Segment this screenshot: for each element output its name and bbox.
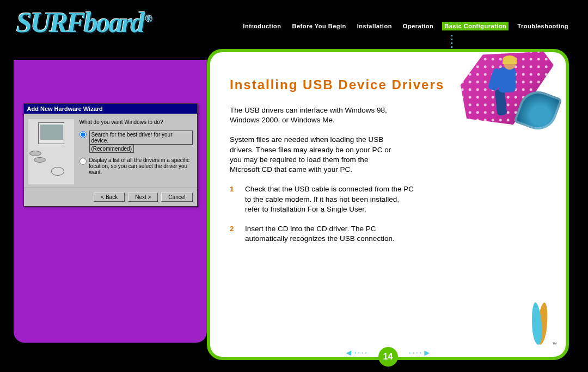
sidebar-panel: Add New Hardware Wizard What do you want… — [14, 60, 207, 343]
nav-basic-configuration[interactable]: Basic Configuration — [442, 22, 509, 30]
hardware-wizard-dialog: Add New Hardware Wizard What do you want… — [23, 103, 198, 207]
wizard-option-list[interactable]: Display a list of all the drivers in a s… — [79, 157, 193, 175]
step-text: Check that the USB cable is connected fr… — [245, 184, 415, 214]
next-page-arrow[interactable]: ····► — [409, 348, 433, 358]
page-number-badge: 14 — [378, 347, 398, 367]
nav-troubleshooting[interactable]: Troubleshooting — [515, 22, 571, 30]
intro-paragraph-1: The USB drivers can interface with Windo… — [230, 106, 393, 125]
top-nav: Introduction Before You Begin Installati… — [241, 22, 571, 30]
step-item: 2 Insert the CD into the CD driver. The … — [230, 224, 415, 244]
nav-introduction[interactable]: Introduction — [241, 22, 283, 30]
logo-text: SURFboard — [16, 7, 143, 38]
wizard-cancel-button[interactable]: Cancel — [161, 193, 192, 202]
registered-mark: ® — [145, 14, 151, 24]
step-text: Insert the CD into the CD driver. The PC… — [245, 224, 415, 244]
nav-operation[interactable]: Operation — [401, 22, 436, 30]
prev-page-arrow[interactable]: ◄···· — [345, 348, 369, 358]
surfer-illustration — [452, 50, 554, 126]
wizard-question: What do you want Windows to do? — [79, 119, 193, 125]
steps-list: 1 Check that the USB cable is connected … — [230, 184, 415, 244]
intro-paragraph-2: System files are needed when loading the… — [230, 135, 393, 175]
wizard-back-button[interactable]: < Back — [94, 193, 125, 202]
product-logo: SURFboard® — [16, 9, 151, 37]
wizard-radio-list[interactable] — [79, 158, 87, 165]
trademark-symbol: ™ — [552, 342, 557, 347]
step-item: 1 Check that the USB cable is connected … — [230, 184, 415, 214]
wizard-titlebar: Add New Hardware Wizard — [24, 104, 197, 114]
wizard-option-recommended[interactable]: Search for the best driver for your devi… — [79, 131, 193, 153]
step-number: 2 — [230, 224, 237, 244]
mini-surfboard-logo: ™ — [531, 302, 549, 345]
wizard-radio-recommended[interactable] — [79, 131, 87, 138]
step-number: 1 — [230, 184, 237, 214]
wizard-illustration — [28, 119, 74, 184]
wizard-next-button[interactable]: Next > — [128, 193, 158, 202]
content-panel: Installing USB Device Drivers The USB dr… — [207, 49, 569, 360]
nav-before-you-begin[interactable]: Before You Begin — [290, 22, 348, 30]
nav-installation[interactable]: Installation — [355, 22, 394, 30]
